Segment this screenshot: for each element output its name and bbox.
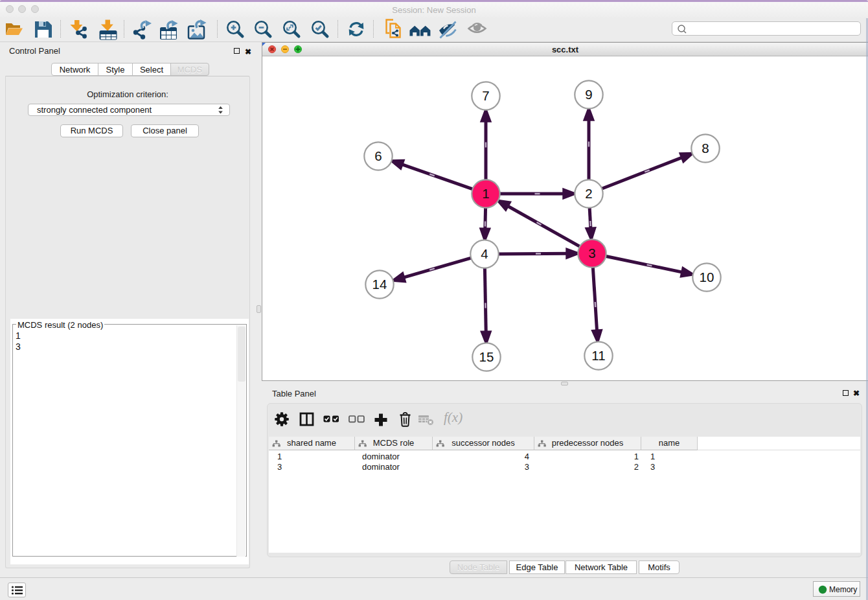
svg-text:4: 4 xyxy=(481,246,488,261)
svg-text:8: 8 xyxy=(702,141,709,156)
svg-text:11: 11 xyxy=(591,348,605,363)
svg-text:1: 1 xyxy=(482,186,489,201)
svg-text:7: 7 xyxy=(482,88,489,103)
svg-text:9: 9 xyxy=(585,87,592,102)
svg-text:6: 6 xyxy=(374,148,382,163)
svg-text:3: 3 xyxy=(588,246,595,260)
svg-text:10: 10 xyxy=(700,270,714,284)
svg-text:15: 15 xyxy=(479,349,494,364)
svg-text:14: 14 xyxy=(372,277,387,292)
svg-text:2: 2 xyxy=(585,186,592,201)
